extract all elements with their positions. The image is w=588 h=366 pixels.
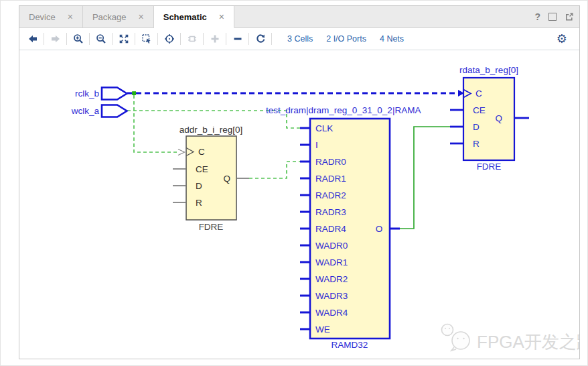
tab-bar: Device × Package × Schematic × ? (19, 6, 579, 28)
crosshair-target-icon (164, 34, 175, 44)
toolbar-separator (226, 33, 226, 45)
window-controls: ? (534, 6, 574, 27)
schematic-drawing: rclk_b wclk_a addr_b_i_reg[0] C CE D R (19, 50, 579, 359)
cell-type-label: RAMD32 (332, 340, 368, 350)
watermark-logo-icon (442, 324, 470, 351)
tab-device[interactable]: Device × (19, 6, 83, 27)
zoom-selection-button[interactable] (137, 31, 155, 47)
toolbar-separator (89, 33, 90, 45)
tab-schematic[interactable]: Schematic × (154, 6, 234, 28)
nets-count-link[interactable]: 4 Nets (380, 34, 404, 44)
tab-device-close-icon[interactable]: × (68, 12, 73, 21)
cells-count-link[interactable]: 3 Cells (287, 34, 313, 44)
tab-package-close-icon[interactable]: × (139, 12, 144, 21)
toolbar-separator (180, 33, 181, 45)
zoom-fit-icon (119, 34, 129, 44)
watermark: FPGA开发之路 FPGA开发之路 (442, 324, 580, 353)
add-cell-button[interactable] (183, 31, 201, 47)
net-rclk-b-branch[interactable] (134, 95, 178, 152)
pin-label-r: R (196, 198, 202, 208)
pin-label-radr4: RADR4 (315, 224, 346, 234)
toolbar-separator (112, 33, 113, 45)
watermark-text: FPGA开发之路 (477, 332, 579, 352)
toolbar-separator (66, 33, 67, 45)
pin-label-c: C (198, 147, 205, 157)
cell-addr-b-i-reg[interactable]: addr_b_i_reg[0] C CE D R Q FDRE (173, 125, 249, 232)
help-icon[interactable]: ? (534, 11, 540, 22)
pin-label-wadr0: WADR0 (315, 241, 348, 251)
toolbar-separator (248, 33, 249, 45)
zoom-in-button[interactable] (69, 31, 87, 47)
net-addr-q-to-radr0[interactable] (249, 162, 301, 178)
tab-device-label: Device (29, 12, 56, 22)
pin-label-wadr1: WADR1 (315, 257, 348, 267)
pin-label-radr1: RADR1 (315, 174, 346, 184)
net-ram-o-to-rdata-d[interactable] (399, 127, 450, 229)
refresh-icon (255, 34, 266, 44)
tab-package[interactable]: Package × (83, 6, 154, 27)
autofit-selection-button[interactable] (160, 31, 178, 47)
zoom-selection-icon (141, 34, 152, 44)
toolbar-separator (271, 33, 272, 45)
toolbar-separator (203, 33, 204, 45)
regenerate-button[interactable] (251, 31, 269, 47)
cell-type-label: FDRE (199, 222, 224, 232)
tab-schematic-label: Schematic (163, 12, 207, 22)
float-window-icon[interactable] (565, 12, 574, 21)
pin-label-wadr2: WADR2 (315, 274, 348, 284)
expand-button[interactable] (206, 31, 224, 47)
pin-label-radr2: RADR2 (315, 190, 346, 200)
back-arrow-icon (27, 34, 38, 44)
zoom-out-icon (96, 34, 106, 44)
pin-label-ce: CE (473, 105, 486, 115)
pin-label-d: D (196, 181, 202, 191)
cell-instance-label[interactable]: addr_b_i_reg[0] (179, 125, 243, 135)
schematic-toolbar: 3 Cells 2 I/O Ports 4 Nets ⚙ (19, 28, 579, 50)
port-wclk-a[interactable] (102, 105, 127, 117)
cell-type-label: FDRE (477, 162, 502, 172)
tab-package-label: Package (92, 12, 127, 22)
pin-label-q: Q (495, 113, 502, 123)
tab-schematic-close-icon[interactable]: × (219, 12, 224, 21)
cell-body[interactable] (463, 78, 514, 160)
zoom-out-button[interactable] (92, 31, 110, 47)
pin-label-i: I (315, 140, 318, 150)
settings-gear-icon[interactable]: ⚙ (557, 33, 567, 45)
pin-label-d: D (473, 122, 480, 132)
cell-rdata-b-reg[interactable]: rdata_b_reg[0] C CE D R Q FDRE (450, 65, 529, 172)
port-label-rclk-b: rclk_b (75, 88, 99, 99)
cell-instance-label[interactable]: test_dram|dram_reg_0_31_0_2|RAMA (266, 105, 421, 115)
port-rclk-b[interactable] (102, 88, 127, 100)
pin-label-ce: CE (196, 164, 208, 174)
schematic-canvas[interactable]: rclk_b wclk_a addr_b_i_reg[0] C CE D R (19, 50, 579, 359)
net-arrowhead-addr-c (178, 149, 185, 156)
plus-icon (210, 34, 220, 44)
collapse-button[interactable] (228, 31, 246, 47)
io-ports-count-link[interactable]: 2 I/O Ports (326, 34, 366, 44)
pin-label-radr3: RADR3 (315, 207, 346, 217)
cell-instance-label[interactable]: rdata_b_reg[0] (459, 65, 518, 75)
maximize-icon[interactable] (548, 13, 557, 21)
toolbar-separator (44, 33, 44, 45)
forward-button[interactable] (46, 31, 64, 47)
pin-label-wadr3: WADR3 (315, 291, 348, 301)
pin-label-radr0: RADR0 (315, 157, 346, 167)
zoom-fit-button[interactable] (115, 31, 133, 47)
cell-ram-rama[interactable]: test_dram|dram_reg_0_31_0_2|RAMA (266, 105, 421, 350)
toolbar-separator (157, 33, 158, 45)
port-label-wclk-a: wclk_a (71, 106, 100, 116)
zoom-in-icon (73, 34, 84, 44)
schematic-window: Device × Package × Schematic × ? (19, 5, 580, 359)
pin-label-we: WE (315, 324, 330, 334)
pin-label-r: R (473, 139, 480, 149)
net-junction-dot (132, 91, 136, 95)
pin-label-o: O (376, 224, 383, 234)
pin-label-q: Q (223, 174, 230, 184)
toolbar-separator (135, 33, 135, 45)
minus-icon (232, 34, 243, 44)
pin-label-clk: CLK (315, 123, 333, 133)
forward-arrow-icon (50, 34, 61, 44)
pin-label-wadr4: WADR4 (315, 308, 348, 318)
pin-label-c: C (475, 88, 482, 99)
back-button[interactable] (23, 31, 42, 47)
